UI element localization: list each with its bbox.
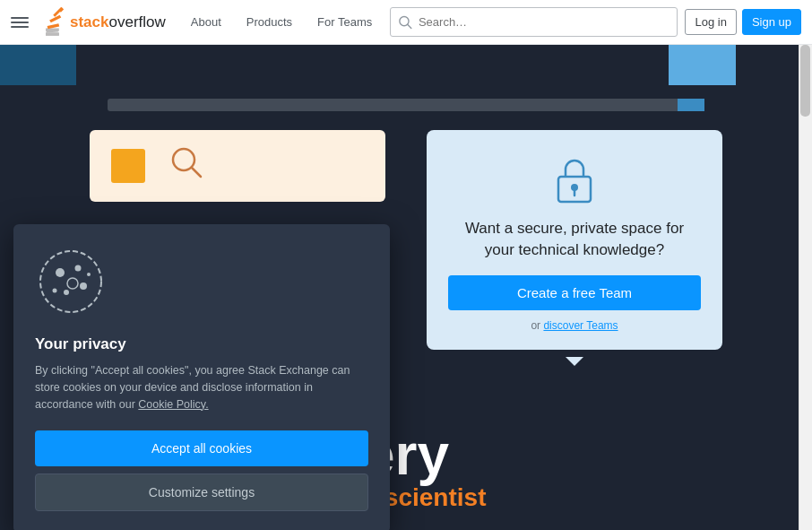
- customize-settings-button[interactable]: Customize settings: [35, 474, 368, 511]
- svg-point-5: [40, 251, 101, 312]
- scrollbar-track: [799, 45, 812, 530]
- nav-links: About Products For Teams: [180, 10, 383, 34]
- search-input[interactable]: [419, 15, 670, 29]
- nav-link-about[interactable]: About: [180, 10, 232, 34]
- cookie-title: Your privacy: [35, 335, 368, 353]
- navbar: stackoverflow About Products For Teams L…: [0, 0, 812, 45]
- login-button[interactable]: Log in: [685, 9, 736, 35]
- card-search-icon: [167, 143, 206, 190]
- cookie-body: By clicking "Accept all cookies", you ag…: [35, 362, 368, 413]
- logo-icon: [38, 5, 66, 39]
- discover-teams-link[interactable]: discover Teams: [543, 319, 618, 332]
- svg-point-10: [53, 289, 57, 293]
- create-team-button[interactable]: Create a free Team: [448, 275, 701, 310]
- search-card: [90, 130, 385, 202]
- teams-or-text: or discover Teams: [448, 319, 701, 332]
- svg-rect-0: [46, 32, 59, 35]
- hero-bar: [108, 99, 704, 111]
- site-logo[interactable]: stackoverflow: [38, 5, 166, 39]
- cookie-icon: [35, 246, 368, 321]
- teams-headline: Want a secure, private space for your te…: [448, 218, 701, 261]
- cookie-consent-panel: Your privacy By clicking "Accept all coo…: [13, 224, 390, 530]
- cookie-policy-link[interactable]: Cookie Policy.: [138, 398, 208, 411]
- deco-blue-left: [0, 45, 76, 85]
- deco-blue-right: [669, 45, 736, 85]
- svg-point-7: [75, 265, 82, 272]
- hamburger-menu[interactable]: [11, 13, 29, 31]
- main-content: Want a secure, private space for your te…: [0, 45, 812, 530]
- accept-cookies-button[interactable]: Accept all cookies: [35, 430, 368, 466]
- nav-link-products[interactable]: Products: [236, 10, 303, 34]
- hero-bar-accent: [678, 99, 704, 111]
- svg-point-11: [67, 278, 78, 289]
- svg-point-6: [56, 268, 65, 277]
- svg-point-12: [87, 273, 91, 276]
- lock-icon: [553, 155, 596, 205]
- nav-link-for-teams[interactable]: For Teams: [307, 10, 383, 34]
- logo-text: stackoverflow: [70, 13, 166, 31]
- nav-actions: Log in Sign up: [685, 9, 801, 35]
- search-bar: [390, 7, 678, 37]
- search-icon: [398, 14, 413, 30]
- scrollbar-thumb[interactable]: [800, 45, 810, 117]
- signup-button[interactable]: Sign up: [742, 9, 801, 35]
- svg-point-8: [80, 282, 87, 290]
- teams-bubble: Want a secure, private space for your te…: [427, 130, 722, 350]
- yellow-box: [111, 149, 145, 183]
- svg-point-9: [64, 290, 69, 295]
